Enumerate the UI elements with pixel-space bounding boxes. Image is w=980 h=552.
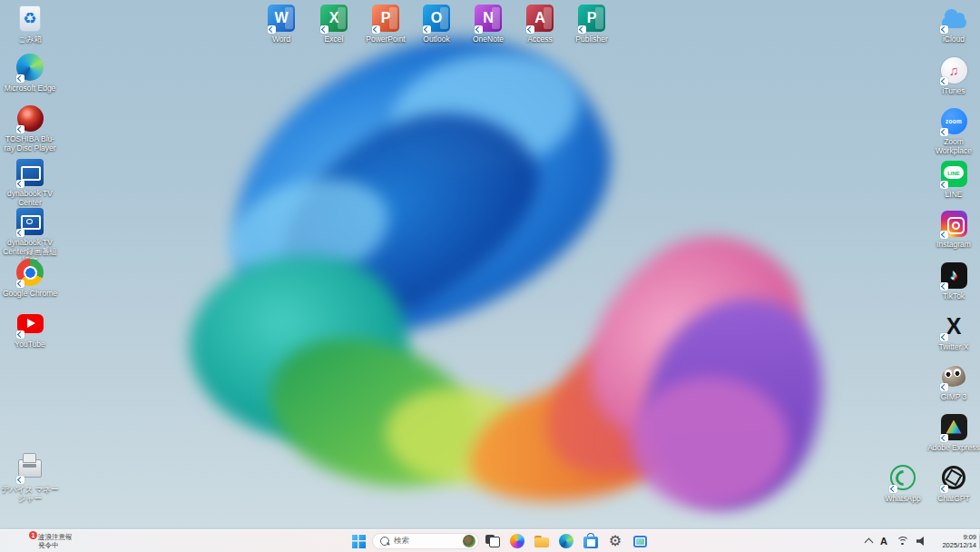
desktop-icon-google-chrome[interactable]: Google Chrome bbox=[1, 258, 59, 298]
shortcut-arrow-icon bbox=[16, 476, 24, 484]
desktop-icon-dynabook-tv-settings[interactable]: dynabook TV Center録画番組設定 bbox=[1, 207, 59, 265]
search-icon bbox=[380, 537, 389, 546]
microsoft-store-button[interactable] bbox=[580, 531, 602, 551]
desktop[interactable]: ♻ごみ箱Microsoft EdgeTOSHIBA Blu-ray Disc P… bbox=[0, 0, 980, 530]
desktop-icon-instagram[interactable]: Instagram bbox=[925, 209, 980, 249]
copilot-icon bbox=[510, 534, 524, 548]
desktop-icon-word[interactable]: WWord bbox=[252, 4, 310, 44]
task-view-button[interactable] bbox=[482, 531, 504, 551]
weather-alert-icon: 1 bbox=[18, 535, 34, 548]
wifi-icon[interactable] bbox=[896, 537, 908, 547]
shortcut-arrow-icon bbox=[16, 180, 24, 188]
access-glyph-text: A bbox=[534, 10, 545, 26]
edge-button[interactable] bbox=[555, 531, 577, 551]
desktop-icon-label: OneNote bbox=[459, 34, 517, 44]
alert-status: 発令中 bbox=[38, 541, 59, 549]
ime-mode-indicator[interactable]: A bbox=[880, 536, 887, 547]
desktop-icon-label: WhatsApp bbox=[874, 494, 932, 503]
folder-icon bbox=[534, 536, 549, 547]
gear-icon: ⚙ bbox=[609, 534, 622, 548]
shortcut-arrow-icon bbox=[940, 282, 948, 291]
desktop-icon-gimp[interactable]: GIMP 3 bbox=[925, 361, 980, 401]
onenote-glyph-text: N bbox=[483, 10, 494, 26]
desktop-icon-label: TikTok bbox=[925, 291, 980, 301]
desktop-icon-zoom[interactable]: zoomZoom Workplace bbox=[925, 106, 980, 155]
desktop-icon-whatsapp[interactable]: WhatsApp bbox=[874, 463, 932, 503]
desktop-icon-adobe-express[interactable]: Adobe Express bbox=[925, 412, 980, 452]
line-glyph-text: LINE bbox=[947, 171, 960, 176]
weather-alert-text: 波浪注意報 発令中 bbox=[38, 533, 73, 549]
desktop-icon-device-manager[interactable]: デバイス マネージャー bbox=[1, 454, 59, 503]
volume-icon[interactable] bbox=[916, 537, 926, 546]
copilot-button[interactable] bbox=[506, 531, 528, 551]
settings-button[interactable]: ⚙ bbox=[604, 531, 626, 551]
shortcut-arrow-icon bbox=[526, 25, 534, 34]
edge-icon bbox=[559, 534, 573, 548]
clock[interactable]: 9:09 2025/12/14 bbox=[935, 533, 976, 549]
desktop-icon-line[interactable]: LINELINE bbox=[925, 159, 980, 199]
outlook-glyph-text: O bbox=[431, 10, 442, 26]
desktop-icon-label: Google Chrome bbox=[1, 289, 59, 298]
shortcut-arrow-icon bbox=[16, 280, 24, 288]
desktop-icon-label: Instagram bbox=[925, 240, 980, 249]
shortcut-arrow-icon bbox=[940, 383, 948, 391]
word-glyph-text: W bbox=[274, 10, 288, 26]
desktop-icon-label: デバイス マネージャー bbox=[1, 485, 59, 503]
desktop-icon-dynabook-tv[interactable]: dynabook TV Center bbox=[1, 158, 59, 207]
desktop-icon-powerpoint[interactable]: PPowerPoint bbox=[357, 4, 415, 44]
shortcut-arrow-icon bbox=[16, 330, 24, 339]
desktop-icon-label: LINE bbox=[925, 190, 980, 199]
desktop-icon-outlook[interactable]: OOutlook bbox=[407, 4, 466, 44]
desktop-icon-label: ごみ箱 bbox=[1, 34, 59, 44]
desktop-icon-toshiba-bluray[interactable]: TOSHIBA Blu-ray Disc Player bbox=[1, 104, 59, 153]
desktop-icon-label: Adobe Express bbox=[925, 443, 980, 452]
alert-title: 波浪注意報 bbox=[38, 533, 73, 541]
desktop-icon-chatgpt[interactable]: ChatGPT bbox=[925, 463, 980, 503]
wallpaper-bloom-shape bbox=[631, 377, 789, 508]
start-button[interactable] bbox=[348, 531, 369, 551]
desktop-icon-recycle-bin[interactable]: ♻ごみ箱 bbox=[1, 4, 59, 44]
shortcut-arrow-icon bbox=[940, 434, 948, 442]
photos-icon bbox=[633, 536, 647, 547]
desktop-icon-tiktok[interactable]: ♪TikTok bbox=[925, 261, 980, 301]
desktop-icon-label: PowerPoint bbox=[357, 34, 415, 44]
desktop-icon-twitter-x[interactable]: XTwitter X bbox=[925, 311, 980, 351]
desktop-icon-label: dynabook TV Center bbox=[1, 189, 59, 207]
photos-button[interactable] bbox=[629, 531, 651, 551]
excel-glyph-text: X bbox=[329, 10, 339, 26]
tray-time: 9:09 bbox=[963, 533, 976, 541]
shortcut-arrow-icon bbox=[940, 231, 948, 239]
desktop-icon-onenote[interactable]: NOneNote bbox=[459, 4, 517, 44]
desktop-icon-publisher[interactable]: PPublisher bbox=[563, 4, 621, 44]
shortcut-arrow-icon bbox=[940, 181, 948, 189]
desktop-icon-icloud[interactable]: iCloud bbox=[925, 4, 980, 44]
shortcut-arrow-icon bbox=[940, 77, 948, 85]
desktop-icon-label: Excel bbox=[305, 34, 363, 44]
shortcut-arrow-icon bbox=[16, 74, 24, 83]
widgets-button[interactable]: 1 波浪注意報 発令中 bbox=[15, 532, 76, 550]
twitter-x-icon: X bbox=[946, 313, 962, 340]
zoom-glyph-text: zoom bbox=[946, 118, 962, 124]
desktop-icon-itunes[interactable]: ♫iTunes bbox=[925, 55, 980, 95]
itunes-glyph-text: ♫ bbox=[948, 63, 958, 78]
file-explorer-button[interactable] bbox=[531, 531, 553, 551]
store-bag-icon bbox=[583, 534, 598, 548]
desktop-icon-excel[interactable]: XExcel bbox=[305, 4, 363, 44]
desktop-icon-youtube[interactable]: YouTube bbox=[1, 309, 59, 349]
desktop-icon-label: iCloud bbox=[925, 34, 980, 44]
desktop-icon-label: Twitter X bbox=[925, 342, 980, 351]
shortcut-arrow-icon bbox=[372, 25, 380, 34]
desktop-icon-label: iTunes bbox=[925, 86, 980, 95]
shortcut-arrow-icon bbox=[268, 25, 276, 34]
alert-badge: 1 bbox=[29, 531, 37, 539]
taskbar-center: 検索 ⚙ bbox=[348, 530, 651, 552]
taskbar: 1 波浪注意報 発令中 検索 ⚙ bbox=[0, 529, 980, 552]
recycle-bin-glyph-text: ♻ bbox=[23, 9, 36, 28]
recycle-bin-icon: ♻ bbox=[19, 5, 41, 32]
search-box[interactable]: 検索 bbox=[372, 533, 479, 549]
desktop-icon-microsoft-edge[interactable]: Microsoft Edge bbox=[1, 53, 59, 93]
hidden-icons-chevron-icon[interactable] bbox=[865, 538, 874, 547]
shortcut-arrow-icon bbox=[940, 25, 948, 34]
desktop-icon-access[interactable]: AAccess bbox=[511, 4, 569, 44]
search-daily-image[interactable] bbox=[463, 535, 475, 547]
